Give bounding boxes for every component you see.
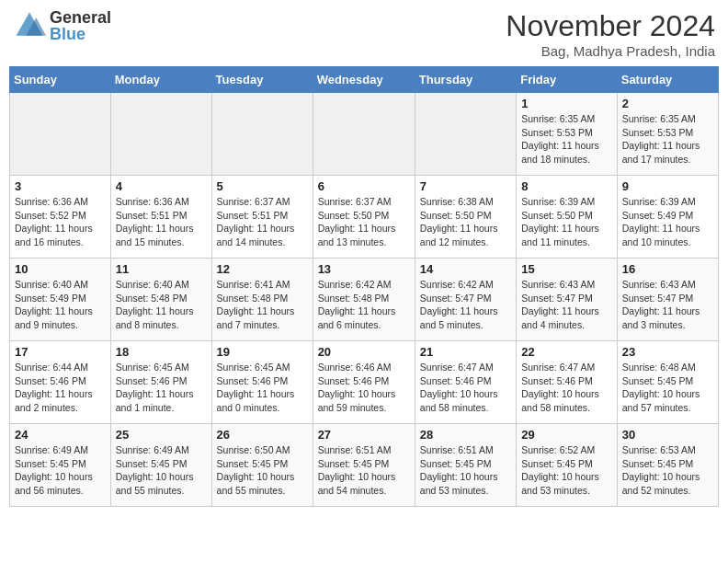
day-number: 25 [116,428,207,442]
day-number: 11 [116,262,207,276]
day-number: 24 [15,428,106,442]
title-block: November 2024 Bag, Madhya Pradesh, India [506,9,715,59]
day-info: Sunrise: 6:40 AMSunset: 5:48 PMDaylight:… [116,278,207,332]
calendar-cell: 12Sunrise: 6:41 AMSunset: 5:48 PMDayligh… [211,259,313,341]
calendar-cell: 6Sunrise: 6:37 AMSunset: 5:50 PMDaylight… [313,176,415,259]
calendar-cell: 23Sunrise: 6:48 AMSunset: 5:45 PMDayligh… [617,341,718,424]
page-header: General Blue November 2024 Bag, Madhya P… [9,9,719,59]
weekday-header-friday: Friday [517,67,618,93]
month-title: November 2024 [506,9,715,43]
day-info: Sunrise: 6:52 AMSunset: 5:45 PMDaylight:… [521,443,612,498]
day-number: 5 [217,179,308,193]
calendar-cell [313,93,415,176]
calendar-week-4: 17Sunrise: 6:44 AMSunset: 5:46 PMDayligh… [10,341,719,424]
calendar-cell: 15Sunrise: 6:43 AMSunset: 5:47 PMDayligh… [517,259,618,341]
calendar-cell: 5Sunrise: 6:37 AMSunset: 5:51 PMDaylight… [211,176,313,259]
day-number: 10 [15,262,106,276]
calendar-week-5: 24Sunrise: 6:49 AMSunset: 5:45 PMDayligh… [10,424,719,507]
day-info: Sunrise: 6:46 AMSunset: 5:46 PMDaylight:… [318,361,410,415]
calendar-cell: 2Sunrise: 6:35 AMSunset: 5:53 PMDaylight… [617,93,718,176]
day-number: 18 [116,345,207,359]
calendar-cell: 9Sunrise: 6:39 AMSunset: 5:49 PMDaylight… [617,176,718,259]
day-number: 12 [217,262,308,276]
location: Bag, Madhya Pradesh, India [506,43,715,59]
calendar-table: SundayMondayTuesdayWednesdayThursdayFrid… [9,66,719,507]
day-number: 23 [622,345,713,359]
day-number: 3 [15,179,106,193]
day-info: Sunrise: 6:47 AMSunset: 5:46 PMDaylight:… [521,361,612,415]
calendar-week-1: 1Sunrise: 6:35 AMSunset: 5:53 PMDaylight… [10,93,719,176]
calendar-cell: 18Sunrise: 6:45 AMSunset: 5:46 PMDayligh… [110,341,211,424]
calendar-cell: 10Sunrise: 6:40 AMSunset: 5:49 PMDayligh… [10,259,111,341]
calendar-cell: 7Sunrise: 6:38 AMSunset: 5:50 PMDaylight… [415,176,516,259]
weekday-header-saturday: Saturday [617,67,718,93]
day-number: 26 [217,428,308,442]
day-number: 15 [521,262,612,276]
day-info: Sunrise: 6:42 AMSunset: 5:47 PMDaylight:… [420,278,511,332]
day-info: Sunrise: 6:50 AMSunset: 5:45 PMDaylight:… [217,443,308,498]
logo-line1: General [50,9,111,26]
calendar-cell: 27Sunrise: 6:51 AMSunset: 5:45 PMDayligh… [313,424,415,507]
calendar-cell: 16Sunrise: 6:43 AMSunset: 5:47 PMDayligh… [617,259,718,341]
day-number: 6 [318,179,410,193]
day-info: Sunrise: 6:48 AMSunset: 5:45 PMDaylight:… [622,361,713,415]
calendar-cell: 8Sunrise: 6:39 AMSunset: 5:50 PMDaylight… [517,176,618,259]
day-number: 20 [318,345,410,359]
day-info: Sunrise: 6:44 AMSunset: 5:46 PMDaylight:… [15,361,106,415]
day-number: 21 [420,345,511,359]
calendar-cell [110,93,211,176]
calendar-week-2: 3Sunrise: 6:36 AMSunset: 5:52 PMDaylight… [10,176,719,259]
day-info: Sunrise: 6:47 AMSunset: 5:46 PMDaylight:… [420,361,511,415]
calendar-cell: 17Sunrise: 6:44 AMSunset: 5:46 PMDayligh… [10,341,111,424]
calendar-cell: 4Sunrise: 6:36 AMSunset: 5:51 PMDaylight… [110,176,211,259]
day-number: 19 [217,345,308,359]
calendar-cell: 22Sunrise: 6:47 AMSunset: 5:46 PMDayligh… [517,341,618,424]
calendar-body: 1Sunrise: 6:35 AMSunset: 5:53 PMDaylight… [10,93,719,507]
calendar-cell: 13Sunrise: 6:42 AMSunset: 5:48 PMDayligh… [313,259,415,341]
day-info: Sunrise: 6:35 AMSunset: 5:53 PMDaylight:… [521,112,612,167]
day-number: 13 [318,262,410,276]
calendar-cell [10,93,111,176]
weekday-header-wednesday: Wednesday [313,67,415,93]
day-number: 27 [318,428,410,442]
weekday-header-sunday: Sunday [10,67,111,93]
calendar-cell: 20Sunrise: 6:46 AMSunset: 5:46 PMDayligh… [313,341,415,424]
calendar-cell: 29Sunrise: 6:52 AMSunset: 5:45 PMDayligh… [517,424,618,507]
logo-icon [13,9,46,42]
day-number: 16 [622,262,713,276]
weekday-header-tuesday: Tuesday [211,67,313,93]
calendar-header: SundayMondayTuesdayWednesdayThursdayFrid… [10,67,719,93]
weekday-header-row: SundayMondayTuesdayWednesdayThursdayFrid… [10,67,719,93]
day-info: Sunrise: 6:43 AMSunset: 5:47 PMDaylight:… [521,278,612,332]
day-info: Sunrise: 6:39 AMSunset: 5:49 PMDaylight:… [622,195,713,249]
day-info: Sunrise: 6:39 AMSunset: 5:50 PMDaylight:… [521,195,612,249]
day-number: 17 [15,345,106,359]
calendar-cell [415,93,516,176]
calendar-cell: 24Sunrise: 6:49 AMSunset: 5:45 PMDayligh… [10,424,111,507]
calendar-cell: 30Sunrise: 6:53 AMSunset: 5:45 PMDayligh… [617,424,718,507]
day-info: Sunrise: 6:45 AMSunset: 5:46 PMDaylight:… [217,361,308,415]
weekday-header-thursday: Thursday [415,67,516,93]
day-info: Sunrise: 6:49 AMSunset: 5:45 PMDaylight:… [116,443,207,498]
day-number: 4 [116,179,207,193]
day-number: 30 [622,428,713,442]
calendar-cell: 25Sunrise: 6:49 AMSunset: 5:45 PMDayligh… [110,424,211,507]
calendar-cell: 11Sunrise: 6:40 AMSunset: 5:48 PMDayligh… [110,259,211,341]
calendar-cell: 21Sunrise: 6:47 AMSunset: 5:46 PMDayligh… [415,341,516,424]
day-number: 22 [521,345,612,359]
day-info: Sunrise: 6:51 AMSunset: 5:45 PMDaylight:… [420,443,511,498]
day-number: 1 [521,97,612,110]
day-info: Sunrise: 6:42 AMSunset: 5:48 PMDaylight:… [318,278,410,332]
day-info: Sunrise: 6:37 AMSunset: 5:50 PMDaylight:… [318,195,410,249]
calendar-cell: 14Sunrise: 6:42 AMSunset: 5:47 PMDayligh… [415,259,516,341]
calendar-week-3: 10Sunrise: 6:40 AMSunset: 5:49 PMDayligh… [10,259,719,341]
day-info: Sunrise: 6:38 AMSunset: 5:50 PMDaylight:… [420,195,511,249]
day-info: Sunrise: 6:36 AMSunset: 5:52 PMDaylight:… [15,195,106,249]
day-info: Sunrise: 6:49 AMSunset: 5:45 PMDaylight:… [15,443,106,498]
weekday-header-monday: Monday [110,67,211,93]
day-info: Sunrise: 6:36 AMSunset: 5:51 PMDaylight:… [116,195,207,249]
day-number: 9 [622,179,713,193]
day-info: Sunrise: 6:37 AMSunset: 5:51 PMDaylight:… [217,195,308,249]
day-info: Sunrise: 6:41 AMSunset: 5:48 PMDaylight:… [217,278,308,332]
day-number: 2 [622,97,713,110]
